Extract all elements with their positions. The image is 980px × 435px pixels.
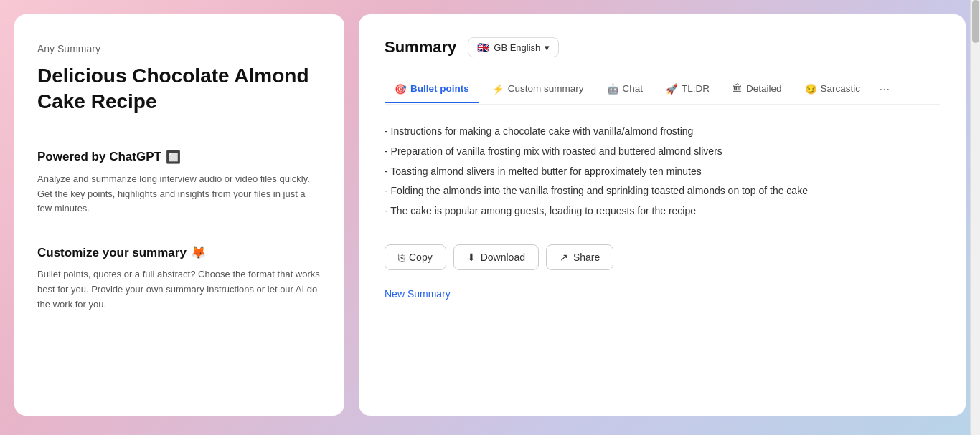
tab-detailed[interactable]: 🏛 Detailed bbox=[722, 76, 792, 102]
copy-label: Copy bbox=[409, 252, 433, 263]
tab-custom-summary[interactable]: ⚡ Custom summary bbox=[482, 76, 594, 103]
customize-title: Customize your summary 🦊 bbox=[37, 245, 321, 260]
download-label: Download bbox=[481, 252, 525, 263]
tab-bullet-points[interactable]: 🎯 Bullet points bbox=[385, 76, 479, 103]
chat-icon: 🤖 bbox=[607, 83, 619, 95]
detailed-icon: 🏛 bbox=[732, 83, 743, 94]
scrollbar-track bbox=[970, 0, 980, 435]
tab-chat[interactable]: 🤖 Chat bbox=[597, 76, 654, 103]
tab-bullet-points-label: Bullet points bbox=[410, 83, 469, 94]
tab-chat-label: Chat bbox=[623, 83, 644, 94]
scrollbar-thumb[interactable] bbox=[972, 0, 979, 43]
chatgpt-icon: 🔲 bbox=[166, 150, 181, 165]
list-item: Preparation of vanilla frosting mix with… bbox=[385, 142, 940, 162]
copy-icon: ⎘ bbox=[398, 252, 404, 263]
tab-tldr[interactable]: 🚀 TL:DR bbox=[656, 76, 720, 103]
flag-icon: 🇬🇧 bbox=[477, 42, 489, 53]
right-panel: Summary 🇬🇧 GB English ▾ 🎯 Bullet points … bbox=[359, 14, 966, 416]
tab-sarcastic[interactable]: 😏 Sarcastic bbox=[795, 76, 871, 103]
tldr-icon: 🚀 bbox=[666, 83, 678, 95]
list-item: Folding the almonds into the vanilla fro… bbox=[385, 181, 940, 201]
tab-custom-summary-label: Custom summary bbox=[508, 83, 584, 94]
customize-desc: Bullet points, quotes or a full abstract… bbox=[37, 267, 321, 312]
bullet-points-list: Instructions for making a chocolate cake… bbox=[385, 122, 940, 221]
language-selector[interactable]: 🇬🇧 GB English ▾ bbox=[468, 37, 559, 57]
tab-sarcastic-label: Sarcastic bbox=[821, 83, 861, 94]
powered-desc: Analyze and summarize long interview aud… bbox=[37, 172, 321, 216]
download-icon: ⬇ bbox=[467, 252, 476, 263]
chevron-down-icon: ▾ bbox=[545, 42, 550, 53]
powered-section: Powered by ChatGPT 🔲 Analyze and summari… bbox=[37, 150, 321, 216]
powered-title: Powered by ChatGPT 🔲 bbox=[37, 150, 321, 165]
customize-section: Customize your summary 🦊 Bullet points, … bbox=[37, 245, 321, 312]
share-label: Share bbox=[573, 252, 600, 263]
new-summary-link[interactable]: New Summary bbox=[385, 288, 451, 300]
recipe-title: Delicious Chocolate Almond Cake Recipe bbox=[37, 63, 321, 115]
download-button[interactable]: ⬇ Download bbox=[453, 244, 539, 270]
copy-button[interactable]: ⎘ Copy bbox=[385, 244, 446, 270]
custom-summary-icon: ⚡ bbox=[492, 83, 504, 95]
list-item: Toasting almond slivers in melted butter… bbox=[385, 162, 940, 182]
summary-title: Summary bbox=[385, 38, 456, 57]
any-summary-label: Any Summary bbox=[37, 43, 321, 54]
tab-detailed-label: Detailed bbox=[746, 83, 782, 94]
list-item: Instructions for making a chocolate cake… bbox=[385, 122, 940, 142]
left-panel: Any Summary Delicious Chocolate Almond C… bbox=[14, 14, 344, 416]
tabs-more-button[interactable]: ··· bbox=[873, 75, 895, 104]
tabs-container: 🎯 Bullet points ⚡ Custom summary 🤖 Chat … bbox=[385, 75, 940, 105]
action-buttons: ⎘ Copy ⬇ Download ↗ Share bbox=[385, 244, 940, 270]
share-icon: ↗ bbox=[560, 252, 568, 263]
list-item: The cake is popular among guests, leadin… bbox=[385, 201, 940, 221]
customize-emoji-icon: 🦊 bbox=[191, 245, 206, 260]
bullet-points-icon: 🎯 bbox=[395, 83, 407, 95]
sarcastic-icon: 😏 bbox=[805, 83, 817, 95]
share-button[interactable]: ↗ Share bbox=[546, 244, 613, 270]
summary-header: Summary 🇬🇧 GB English ▾ bbox=[385, 37, 940, 57]
tab-tldr-label: TL:DR bbox=[682, 83, 710, 94]
language-label: GB English bbox=[494, 42, 540, 53]
